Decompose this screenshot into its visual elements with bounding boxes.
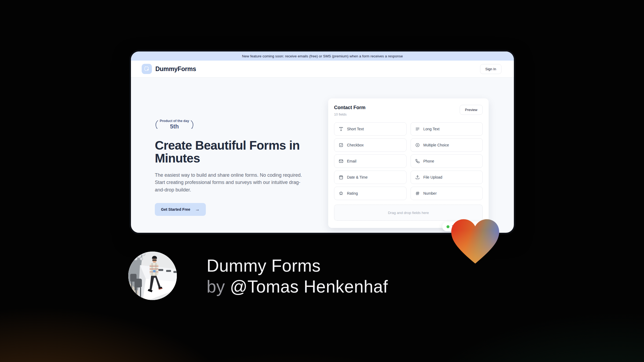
laurel-right-icon — [190, 116, 195, 133]
form-field-count: 10 fields — [334, 113, 365, 116]
get-started-button[interactable]: Get Started Free → — [155, 203, 206, 216]
announcement-banner: New feature coming soon: receive emails … — [131, 51, 514, 61]
field-multiple-choice[interactable]: Multiple Choice — [411, 138, 483, 152]
arrow-right-icon: → — [195, 207, 200, 212]
maker-caption: Dummy Forms by @Tomas Henkenhaf — [207, 255, 388, 297]
star-icon — [339, 191, 343, 196]
hash-icon — [415, 191, 420, 196]
field-label: Email — [347, 159, 356, 163]
field-checkbox[interactable]: Checkbox — [334, 138, 407, 152]
dropzone-text: Drag and drop fields here — [388, 211, 429, 215]
browser-window: New feature coming soon: receive emails … — [129, 50, 515, 234]
upload-icon — [415, 175, 420, 180]
green-status-dot-icon — [447, 225, 449, 228]
badge-title: Product of the day — [160, 119, 189, 123]
hero-description: The easiest way to build and share onlin… — [155, 172, 309, 194]
product-of-day-badge: Product of the day 5th — [154, 116, 195, 133]
multiple-choice-icon — [415, 143, 420, 147]
maker-avatar — [128, 252, 177, 300]
checkbox-icon — [339, 143, 343, 147]
field-file-upload[interactable]: File Upload — [411, 171, 483, 184]
heart-icon — [450, 218, 501, 265]
field-short-text[interactable]: Short Text — [334, 122, 407, 136]
field-email[interactable]: Email — [334, 154, 407, 168]
form-title: Contact Form — [334, 105, 365, 110]
field-label: File Upload — [423, 175, 442, 179]
get-started-label: Get Started Free — [161, 207, 190, 212]
field-label: Phone — [423, 159, 434, 163]
field-date-time[interactable]: Date & Time — [334, 171, 407, 184]
field-label: Long Text — [423, 127, 440, 131]
app-header: DummyForms Sign In — [131, 61, 514, 77]
field-label: Number — [423, 191, 437, 195]
sign-in-button[interactable]: Sign In — [480, 64, 502, 74]
brand: DummyForms — [142, 64, 196, 74]
form-builder-card: Contact Form 10 fields Preview Short Tex… — [328, 98, 489, 228]
phone-icon — [415, 159, 420, 164]
field-label: Rating — [347, 191, 358, 195]
field-label: Date & Time — [347, 175, 368, 179]
caption-title: Dummy Forms — [207, 255, 388, 276]
preview-button[interactable]: Preview — [460, 105, 483, 115]
caption-by: by — [207, 277, 225, 296]
field-long-text[interactable]: Long Text — [411, 122, 483, 136]
field-palette: Short Text Long Text Checkbox Multiple C… — [334, 122, 483, 200]
field-number[interactable]: Number — [411, 187, 483, 200]
field-rating[interactable]: Rating — [334, 187, 407, 200]
badge-rank: 5th — [160, 123, 189, 130]
short-text-icon — [339, 127, 343, 131]
hero-title: Create Beautiful Forms in Minutes — [155, 139, 300, 165]
field-label: Checkbox — [347, 143, 364, 147]
laurel-left-icon — [154, 116, 159, 133]
brand-name: DummyForms — [155, 65, 196, 73]
announcement-text: New feature coming soon: receive emails … — [242, 54, 403, 58]
brand-logo-icon — [142, 64, 152, 74]
calendar-icon — [339, 175, 343, 180]
caption-author: @Tomas Henkenhaf — [230, 277, 388, 296]
long-text-icon — [415, 127, 420, 131]
field-phone[interactable]: Phone — [411, 154, 483, 168]
email-icon — [339, 159, 343, 164]
hero-section: Product of the day 5th Create Beautiful … — [155, 116, 312, 216]
field-label: Multiple Choice — [423, 143, 449, 147]
field-label: Short Text — [347, 127, 364, 131]
